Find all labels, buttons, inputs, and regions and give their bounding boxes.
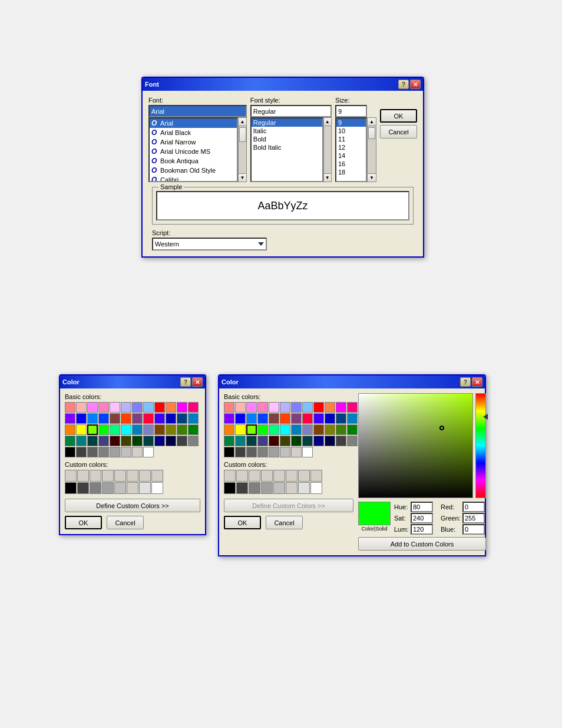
hue-slider[interactable] bbox=[475, 393, 486, 498]
custom-cell[interactable] bbox=[224, 470, 236, 482]
color-cell[interactable] bbox=[257, 447, 268, 457]
color-cell[interactable] bbox=[121, 413, 131, 424]
color-cell[interactable] bbox=[143, 436, 154, 446]
color-cell[interactable] bbox=[269, 436, 279, 446]
color-cell[interactable] bbox=[347, 424, 358, 435]
custom-cell[interactable] bbox=[127, 482, 138, 494]
color-cell[interactable] bbox=[235, 436, 246, 446]
color-cell[interactable] bbox=[65, 424, 75, 435]
color-cell[interactable] bbox=[235, 402, 246, 413]
help-button[interactable]: ? bbox=[180, 377, 191, 387]
scroll-down-btn[interactable]: ▼ bbox=[239, 173, 246, 182]
color-cell[interactable] bbox=[336, 436, 346, 446]
color-cell[interactable] bbox=[76, 447, 87, 457]
color-cell[interactable] bbox=[177, 424, 187, 435]
color-cell[interactable] bbox=[65, 447, 75, 457]
list-item[interactable]: O Bookman Old Style bbox=[150, 166, 237, 175]
color-cell[interactable] bbox=[188, 424, 199, 435]
custom-cell[interactable] bbox=[286, 470, 297, 482]
color-cell[interactable] bbox=[235, 447, 246, 457]
custom-cell[interactable] bbox=[77, 482, 89, 494]
color-cell[interactable] bbox=[291, 447, 302, 457]
color-cell[interactable] bbox=[269, 447, 279, 457]
help-button[interactable]: ? bbox=[460, 377, 471, 387]
color-cell[interactable] bbox=[166, 413, 176, 424]
color-cell[interactable] bbox=[98, 447, 109, 457]
scroll-up-btn[interactable]: ▲ bbox=[324, 118, 331, 126]
color-cell[interactable] bbox=[154, 402, 165, 413]
color-cell[interactable] bbox=[143, 402, 154, 413]
define-custom-colors-button[interactable]: Define Custom Colors >> bbox=[65, 499, 200, 512]
color-cell[interactable] bbox=[87, 436, 98, 446]
color-cell[interactable] bbox=[154, 424, 165, 435]
color-cell[interactable] bbox=[76, 402, 87, 413]
list-item[interactable]: Regular bbox=[252, 118, 322, 127]
color-cell[interactable] bbox=[65, 413, 75, 424]
color-spectrum[interactable] bbox=[358, 393, 473, 498]
color-cell[interactable] bbox=[280, 447, 290, 457]
list-item[interactable]: 9 bbox=[336, 118, 366, 127]
color-cell[interactable] bbox=[224, 413, 234, 424]
custom-cell[interactable] bbox=[298, 482, 310, 494]
color-cell[interactable] bbox=[110, 436, 120, 446]
scroll-thumb[interactable] bbox=[368, 127, 375, 139]
color-cell[interactable] bbox=[132, 424, 143, 435]
color-cell[interactable] bbox=[76, 413, 87, 424]
help-button[interactable]: ? bbox=[398, 80, 409, 89]
color-cell[interactable] bbox=[166, 424, 176, 435]
color-cell[interactable] bbox=[224, 447, 234, 457]
custom-cell[interactable] bbox=[102, 470, 114, 482]
color-cell[interactable] bbox=[269, 424, 279, 435]
list-item[interactable]: 10 bbox=[336, 127, 366, 135]
red-input[interactable] bbox=[462, 502, 485, 512]
color-cell[interactable] bbox=[87, 413, 98, 424]
color-cell[interactable] bbox=[336, 413, 346, 424]
custom-cell[interactable] bbox=[249, 470, 260, 482]
color-cell[interactable] bbox=[302, 436, 313, 446]
custom-cell[interactable] bbox=[65, 482, 77, 494]
color-cell[interactable] bbox=[347, 413, 358, 424]
custom-cell[interactable] bbox=[261, 482, 273, 494]
custom-cell[interactable] bbox=[236, 482, 248, 494]
color-cell[interactable] bbox=[313, 413, 324, 424]
custom-cell[interactable] bbox=[310, 482, 322, 494]
font-input[interactable] bbox=[148, 105, 247, 117]
green-input[interactable] bbox=[462, 513, 485, 523]
list-item[interactable]: 14 bbox=[336, 151, 366, 160]
list-item[interactable]: Bold bbox=[252, 135, 322, 143]
list-item[interactable]: Bold Italic bbox=[252, 143, 322, 151]
custom-cell[interactable] bbox=[139, 482, 151, 494]
define-custom-colors-button[interactable]: Define Custom Colors >> bbox=[224, 499, 353, 512]
color-cell[interactable] bbox=[121, 436, 131, 446]
style-input[interactable] bbox=[250, 105, 332, 117]
ok-button[interactable]: OK bbox=[380, 109, 417, 123]
color-cell[interactable] bbox=[87, 447, 98, 457]
color-cell[interactable] bbox=[325, 436, 335, 446]
color-cell[interactable] bbox=[302, 402, 313, 413]
color-cell[interactable] bbox=[110, 413, 120, 424]
scroll-thumb[interactable] bbox=[239, 127, 246, 142]
list-item[interactable]: O Arial Black bbox=[150, 128, 237, 137]
color-cell[interactable] bbox=[246, 447, 257, 457]
color-cell[interactable] bbox=[166, 402, 176, 413]
custom-cell[interactable] bbox=[65, 470, 77, 482]
list-item[interactable]: 16 bbox=[336, 160, 366, 168]
color-cell[interactable] bbox=[98, 402, 109, 413]
scroll-down-btn[interactable]: ▼ bbox=[368, 173, 376, 182]
color-cell[interactable] bbox=[132, 447, 143, 457]
color-cell[interactable] bbox=[177, 413, 187, 424]
ok-button[interactable]: OK bbox=[224, 516, 261, 529]
color-cell[interactable] bbox=[177, 436, 187, 446]
color-cell[interactable] bbox=[132, 413, 143, 424]
color-cell[interactable] bbox=[121, 424, 131, 435]
color-cell[interactable] bbox=[132, 436, 143, 446]
cancel-button[interactable]: Cancel bbox=[107, 516, 144, 529]
color-cell[interactable] bbox=[87, 402, 98, 413]
custom-cell[interactable] bbox=[273, 482, 285, 494]
custom-cell[interactable] bbox=[273, 470, 285, 482]
color-cell[interactable] bbox=[291, 436, 302, 446]
color-cell[interactable] bbox=[302, 424, 313, 435]
close-button[interactable]: ✕ bbox=[472, 377, 482, 387]
ok-button[interactable]: OK bbox=[65, 516, 102, 529]
color-cell[interactable] bbox=[325, 424, 335, 435]
